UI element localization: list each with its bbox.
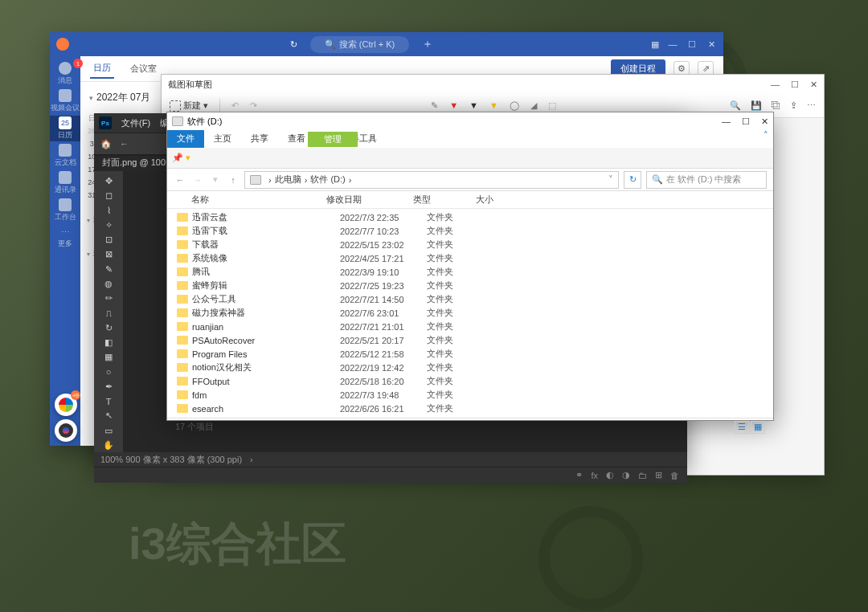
sidebar-item-video[interactable]: 视频会议 [50, 88, 80, 114]
home-icon[interactable]: 🏠 [100, 139, 112, 149]
redo-icon[interactable]: ↷ [250, 100, 257, 111]
app-icon[interactable] [55, 419, 77, 442]
column-headers[interactable]: 名称 修改日期 类型 大小 [167, 191, 773, 209]
icons-view-icon[interactable]: ▦ [751, 421, 765, 434]
maximize-button[interactable]: ☐ [686, 39, 698, 50]
save-icon[interactable]: 💾 [751, 100, 762, 111]
ruler-icon[interactable]: ◢ [530, 100, 537, 111]
minimize-button[interactable]: — [771, 80, 780, 90]
table-row[interactable]: FFOutput2022/5/18 16:20文件夹 [167, 374, 773, 388]
table-row[interactable]: 腾讯2022/3/9 19:10文件夹 [167, 265, 773, 279]
month-selector[interactable]: 2022年 07月 [87, 88, 158, 107]
table-row[interactable]: PSAutoRecover2022/5/21 20:17文件夹 [167, 333, 773, 347]
search-input[interactable]: 🔍 搜索 (Ctrl + K) [310, 36, 409, 53]
table-row[interactable]: 下载器2022/5/15 23:02文件夹 [167, 238, 773, 251]
table-row[interactable]: fdm2022/7/3 19:48文件夹 [167, 388, 773, 402]
eyedropper-tool-icon[interactable]: ✎ [98, 263, 119, 276]
close-button[interactable]: ✕ [810, 80, 817, 90]
menu-file[interactable]: 文件(F) [121, 117, 150, 129]
sidebar-item-workbench[interactable]: 工作台 [50, 198, 80, 223]
trash-icon[interactable]: 🗑 [670, 471, 679, 480]
close-button[interactable]: ✕ [761, 116, 768, 127]
qr-icon[interactable]: ▦ [651, 39, 659, 50]
new-layer-icon[interactable]: ⊞ [655, 470, 662, 480]
wand-tool-icon[interactable]: ✧ [98, 218, 119, 232]
search-input[interactable]: 🔍 在 软件 (D:) 中搜索 [646, 171, 767, 189]
sidebar-item-contacts[interactable]: 通讯录 [50, 170, 80, 196]
ribbon-file[interactable]: 文件 [167, 130, 204, 148]
crop-tool-icon[interactable]: ⊡ [98, 233, 119, 247]
folder-icon[interactable]: 🗀 [638, 471, 647, 480]
sidebar-item-calendar[interactable]: 25日历 [50, 116, 80, 141]
pen-2-icon[interactable]: ▼ [469, 100, 478, 111]
adjust-icon[interactable]: ◑ [622, 470, 630, 480]
table-row[interactable]: ruanjian2022/7/21 21:01文件夹 [167, 320, 773, 333]
undo-icon[interactable]: ↶ [231, 100, 239, 111]
table-row[interactable]: 迅雷下载2022/7/7 10:23文件夹 [167, 224, 773, 238]
nav-up-icon[interactable]: ↑ [227, 175, 240, 185]
nav-forward-icon[interactable]: → [191, 175, 204, 185]
snip-titlebar[interactable]: 截图和草图 — ☐ ✕ [162, 75, 824, 94]
eraser-icon[interactable]: ◯ [510, 100, 519, 111]
ribbon-home[interactable]: 主页 [204, 130, 241, 148]
table-row[interactable]: 迅雷云盘2022/7/3 22:35文件夹 [167, 210, 773, 224]
table-row[interactable]: esearch2022/6/26 16:21文件夹 [167, 402, 773, 415]
sidebar-item-more[interactable]: ⋯更多 [50, 225, 80, 251]
type-tool-icon[interactable]: T [98, 394, 119, 408]
file-list[interactable]: 迅雷云盘2022/7/3 22:35文件夹迅雷下载2022/7/7 10:23文… [167, 209, 773, 418]
gradient-tool-icon[interactable]: ▦ [98, 350, 119, 364]
link-icon[interactable]: ⚭ [575, 470, 583, 480]
pin-icon[interactable]: 📌 ▾ [172, 153, 190, 163]
refresh-icon[interactable]: ↻ [624, 171, 641, 189]
eraser-tool-icon[interactable]: ◧ [98, 336, 119, 349]
minimize-button[interactable]: — [667, 39, 678, 50]
zoom-icon[interactable]: 🔍 [730, 100, 741, 111]
table-row[interactable]: 蜜蜂剪辑2022/7/25 19:23文件夹 [167, 279, 773, 292]
maximize-button[interactable]: ☐ [742, 116, 750, 127]
details-view-icon[interactable]: ☰ [735, 421, 749, 434]
heal-tool-icon[interactable]: ◍ [98, 277, 119, 291]
table-row[interactable]: Program Files2022/5/12 21:58文件夹 [167, 347, 773, 361]
hand-tool-icon[interactable]: ✋ [98, 439, 119, 452]
history-icon[interactable]: ↻ [290, 39, 297, 50]
sidebar-item-messages[interactable]: 消息1 [50, 61, 80, 87]
nav-history-icon[interactable]: ▾ [209, 174, 222, 185]
brush-tool-icon[interactable]: ✏ [98, 292, 119, 305]
tab-meeting[interactable]: 会议室 [127, 59, 160, 78]
sidebar-item-docs[interactable]: 云文档 [50, 143, 80, 169]
ribbon-share[interactable]: 共享 [241, 130, 278, 148]
tab-calendar[interactable]: 日历 [90, 59, 114, 79]
touch-icon[interactable]: ✎ [431, 100, 438, 111]
calendar-titlebar[interactable]: ↻ 🔍 搜索 (Ctrl + K) ＋ ▦ — ☐ ✕ [50, 32, 723, 56]
crop-icon[interactable]: ⬚ [548, 100, 556, 111]
pen-tool-icon[interactable]: ✒ [98, 380, 119, 394]
path-tool-icon[interactable]: ↖ [98, 409, 119, 422]
stamp-tool-icon[interactable]: ⎍ [98, 306, 119, 320]
fx-icon[interactable]: fx [591, 471, 598, 480]
share-icon[interactable]: ⇪ [790, 100, 797, 111]
highlighter-icon[interactable]: ▼ [489, 100, 498, 111]
explorer-titlebar[interactable]: 软件 (D:) — ☐ ✕ [167, 112, 773, 130]
more-icon[interactable]: ⋯ [807, 100, 816, 111]
app-launcher-icon[interactable]: +9 [55, 394, 77, 416]
ribbon-collapse-icon[interactable]: ˄ [764, 130, 773, 148]
nav-back-icon[interactable]: ← [174, 175, 186, 185]
shape-tool-icon[interactable]: ▭ [98, 424, 119, 438]
move-tool-icon[interactable]: ✥ [98, 174, 119, 188]
mask-icon[interactable]: ◐ [606, 470, 614, 480]
address-bar[interactable]: ›此电脑›软件 (D:)› ˅ [244, 171, 619, 189]
new-snip-button[interactable]: 新建 ▾ [170, 100, 208, 112]
table-row[interactable]: 公众号工具2022/7/21 14:50文件夹 [167, 292, 773, 306]
copy-icon[interactable]: ⿻ [772, 100, 780, 111]
marquee-tool-icon[interactable]: ◻ [98, 189, 119, 202]
close-button[interactable]: ✕ [706, 39, 717, 50]
user-avatar[interactable] [56, 38, 69, 51]
minimize-button[interactable]: — [722, 116, 731, 127]
pen-1-icon[interactable]: ▼ [449, 100, 458, 111]
history-brush-icon[interactable]: ↻ [98, 321, 119, 335]
table-row[interactable]: 磁力搜索神器2022/7/6 23:01文件夹 [167, 306, 773, 320]
back-icon[interactable]: ← [120, 139, 129, 149]
table-row[interactable]: 系统镜像2022/4/25 17:21文件夹 [167, 251, 773, 265]
blur-tool-icon[interactable]: ○ [98, 365, 119, 378]
table-row[interactable]: notion汉化相关2022/2/19 12:42文件夹 [167, 361, 773, 374]
